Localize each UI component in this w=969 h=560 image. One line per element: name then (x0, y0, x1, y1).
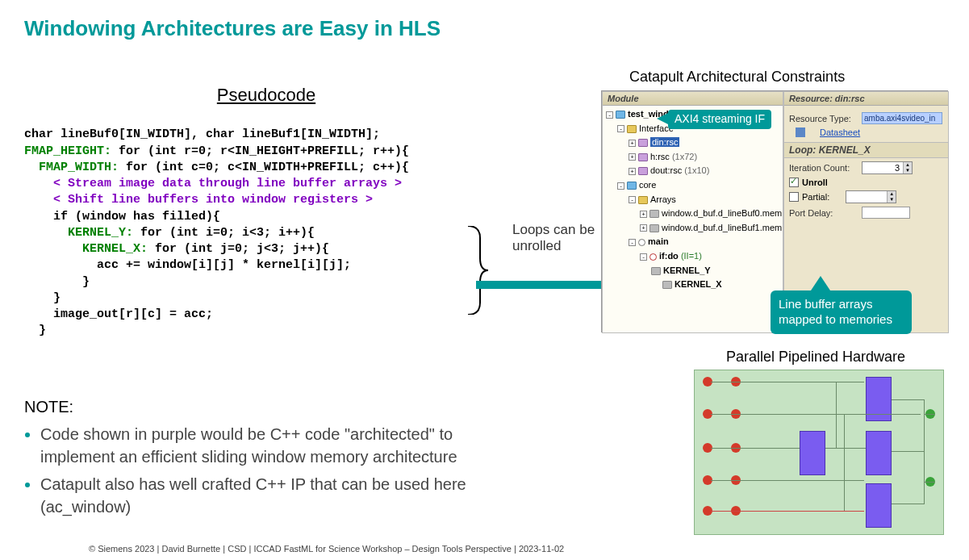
catapult-constraints-title: Catapult Architectural Constraints (629, 69, 845, 86)
expand-icon[interactable]: - (629, 196, 636, 203)
code-line: for (int r=0; r<IN_HEIGHT+PREFILL; r++){ (111, 144, 409, 158)
partial-spinner[interactable]: ▲▼ (846, 190, 896, 203)
wire (836, 382, 837, 448)
expand-icon[interactable]: + (629, 153, 636, 161)
wire (892, 399, 924, 400)
unroll-checkbox[interactable] (789, 178, 799, 187)
parallel-hardware-title: Parallel Pipelined Hardware (726, 349, 905, 366)
label-kernel-x: KERNEL_X: (24, 242, 148, 256)
iteration-count-spinner[interactable]: 3▲▼ (862, 161, 913, 174)
code-line: for (int j=0; j<3; j++){ (148, 242, 329, 256)
tree-h-rsc[interactable]: h:rsc (650, 152, 670, 161)
note-block: NOTE: Code shown in purple would be C++ … (24, 395, 524, 523)
pseudocode-header: Pseudocode (24, 85, 508, 106)
block-icon (627, 182, 637, 190)
code-line: } (24, 324, 46, 337)
code-line: char lineBuf0[IN_WIDTH], char lineBuf1[I… (24, 127, 380, 141)
resource-type-label: Resource Type: (789, 114, 862, 123)
port-icon (638, 153, 648, 161)
folder-icon (627, 125, 637, 133)
wire (711, 414, 921, 415)
tree-kernel-x[interactable]: KERNEL_X (675, 279, 722, 289)
iteration-count-label: Iteration Count: (789, 163, 862, 173)
expand-icon[interactable]: - (617, 182, 624, 190)
wire (825, 448, 866, 449)
expand-icon[interactable]: + (640, 211, 647, 218)
footer: © Siemens 2023 | David Burnette | CSD | … (89, 544, 564, 554)
code: char lineBuf0[IN_WIDTH], char lineBuf1[I… (24, 111, 508, 340)
dim-label: (1x10) (684, 165, 709, 175)
hw-block (866, 431, 892, 475)
code-purple: < Stream image data through line buffer … (24, 177, 402, 190)
tree-main[interactable]: main (648, 236, 669, 246)
iter-val: 3 (862, 163, 903, 173)
tree-kernel-y[interactable]: KERNEL_Y (663, 265, 711, 275)
port-icon (638, 139, 648, 147)
port-icon (638, 167, 648, 175)
code-line: for (int i=0; i<3; i++){ (133, 226, 315, 240)
wire (711, 480, 864, 481)
port-delay-label: Port Delay: (789, 208, 862, 218)
annotation-loops-unrolled: Loops can be unrolled (512, 222, 601, 255)
resource-type-input[interactable] (862, 112, 942, 124)
tree-din-rsc[interactable]: din:rsc (650, 137, 679, 147)
expand-icon[interactable]: + (629, 168, 636, 175)
callout-line-buffer: Line buffer arrays mapped to memories (771, 290, 912, 334)
callout-axi-stream: AXI4 streaming IF (668, 110, 771, 129)
loop-section-header: Loop: KERNEL_X (784, 142, 948, 158)
spin-down-icon[interactable]: ▼ (904, 168, 912, 173)
expand-icon[interactable]: + (640, 224, 647, 232)
expand-icon[interactable]: - (617, 125, 624, 132)
mem-icon (649, 224, 659, 232)
ii-label: (II=1) (681, 251, 702, 261)
port-delay-input[interactable] (862, 207, 910, 219)
loop-icon (662, 281, 672, 289)
partial-checkbox[interactable] (789, 192, 799, 202)
expand-icon[interactable]: + (629, 140, 636, 147)
code-line: } (24, 275, 90, 289)
block-icon (616, 111, 625, 119)
wire (892, 451, 924, 452)
resource-header: Resource: din:rsc (784, 92, 948, 106)
loop-icon (651, 267, 661, 275)
expand-icon[interactable]: - (606, 111, 613, 119)
module-header: Module (603, 92, 783, 106)
partial-label: Partial: (802, 192, 829, 202)
spin-up-icon[interactable]: ▲ (904, 162, 912, 168)
code-purple: < Shift line buffers into window registe… (24, 193, 373, 207)
wire (711, 511, 864, 512)
dim-label: (1x72) (672, 152, 697, 161)
loop-icon (649, 253, 657, 261)
wire (924, 482, 935, 483)
wire (711, 382, 864, 382)
tree-core[interactable]: core (639, 180, 656, 190)
brace-icon (464, 226, 488, 315)
note-bullet: Code shown in purple would be C++ code "… (40, 423, 524, 468)
tree-linebuf0[interactable]: window.d_buf.d_lineBuf0.mem (662, 208, 782, 218)
label-kernel-y: KERNEL_Y: (24, 226, 133, 240)
module-tree[interactable]: -test_window -Interface +din:rsc +h:rsc … (603, 106, 783, 294)
wire (711, 448, 800, 449)
wire (844, 414, 845, 511)
tree-ifdo[interactable]: if:do (659, 251, 679, 261)
folder-icon (638, 196, 648, 204)
tree-arrays[interactable]: Arrays (650, 194, 676, 204)
tree-dout-rsc[interactable]: dout:rsc (650, 165, 682, 175)
slide-title: Windowing Architectures are Easy in HLS (24, 16, 945, 41)
tree-linebuf1[interactable]: window.d_buf.d_lineBuf1.mem (662, 223, 782, 232)
datasheet-link[interactable]: Datasheet (820, 127, 860, 137)
code-line: if (window has filled){ (24, 210, 220, 224)
doc-icon (796, 127, 805, 137)
expand-icon[interactable]: - (629, 239, 636, 246)
spin-up-icon[interactable]: ▲ (888, 191, 896, 197)
wire (924, 399, 925, 504)
pseudocode-block: Pseudocode char lineBuf0[IN_WIDTH], char… (24, 85, 508, 340)
expand-icon[interactable]: - (640, 253, 647, 261)
wire (924, 414, 935, 415)
code-line: for (int c=0; c<IN_WIDTH+PREFILL; c++){ (119, 161, 409, 174)
spin-down-icon[interactable]: ▼ (888, 197, 896, 203)
note-bullet: Catapult also has well crafted C++ IP th… (40, 473, 524, 518)
unroll-label: Unroll (802, 178, 828, 187)
code-line: } (24, 291, 61, 305)
label-fmap-width: FMAP_WIDTH: (24, 161, 119, 174)
